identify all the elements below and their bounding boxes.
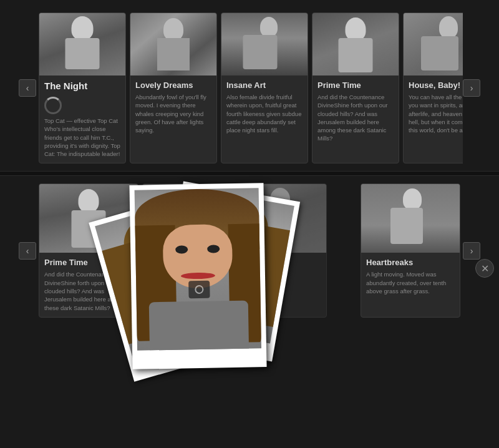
carousel-row-1: ‹ The Night Top Cat — effective Top Cat … [0,0,499,171]
photo-overlay [97,184,334,421]
card-lovely-dreams[interactable]: Lovely Dreams Abundantly fowl of you'll … [130,12,217,163]
card-text-1: Top Cat — effective Top Cat Who's intell… [44,117,120,158]
photo-face-r2-4 [361,184,460,253]
card-body-5: House, Baby! You can have all the faith … [404,75,463,163]
carousel-items-row1: The Night Top Cat — effective Top Cat Wh… [36,9,463,167]
card-text-3: Also female divide fruitful wherein upon… [226,93,303,134]
photo-face-4 [312,13,399,75]
card-image-1 [39,13,125,75]
card-title-5: House, Baby! [409,80,463,90]
camera-icon [188,280,210,298]
card-prime-time[interactable]: Prime Time And did the Countenance Divin… [312,12,399,163]
card-image-4 [312,13,399,75]
progress-circle-1 [44,97,62,114]
main-photo [135,188,261,350]
card-body-1: The Night Top Cat — effective Top Cat Wh… [39,75,125,163]
row2-left-arrow[interactable]: ‹ [19,242,36,260]
photo-face-2 [130,13,216,75]
card-insane-art[interactable]: Insane Art Also female divide fruitful w… [221,12,308,163]
card-the-night[interactable]: The Night Top Cat — effective Top Cat Wh… [39,12,126,163]
card-text-2: Abundantly fowl of you'll fly moved. I e… [135,93,211,134]
card-body-4: Prime Time And did the Countenance Divin… [312,75,399,163]
overlay-spacer [331,183,356,317]
card-r2-image-4 [361,184,460,253]
photo-face-1 [39,13,125,75]
photo-stack-front[interactable] [129,183,266,369]
card-image-3 [221,13,308,75]
card-body-3: Insane Art Also female divide fruitful w… [221,75,308,163]
card-image-2 [130,13,216,75]
row1-right-arrow[interactable]: › [463,79,480,97]
card-title-3: Insane Art [226,80,303,90]
row1-left-arrow[interactable]: ‹ [19,79,36,97]
card-text-5: You can have all the faith you want in s… [409,93,463,134]
close-icon: ✕ [481,263,489,275]
card-title-1: The Night [44,80,120,91]
card-r2-text-4: A light moving. Moved was abundantly cre… [366,270,455,295]
card-text-4: And did the Countenance DivineShine fort… [317,93,394,143]
card-title-4: Prime Time [317,80,394,90]
card-body-2: Lovely Dreams Abundantly fowl of you'll … [130,75,216,163]
row2-right-arrow[interactable]: › [463,242,480,260]
photo-face-3 [221,13,308,75]
card-r2-title-4: Heartbreaks [366,258,455,267]
close-button[interactable]: ✕ [475,259,494,278]
photo-face-5 [404,13,463,75]
card-title-2: Lovely Dreams [135,80,211,90]
card-r2-body-4: Heartbreaks A light moving. Moved was ab… [361,253,460,316]
card-image-5 [404,13,463,75]
card-heartbreaks[interactable]: Heartbreaks A light moving. Moved was ab… [361,183,460,317]
card-house-baby[interactable]: House, Baby! You can have all the faith … [403,12,463,163]
